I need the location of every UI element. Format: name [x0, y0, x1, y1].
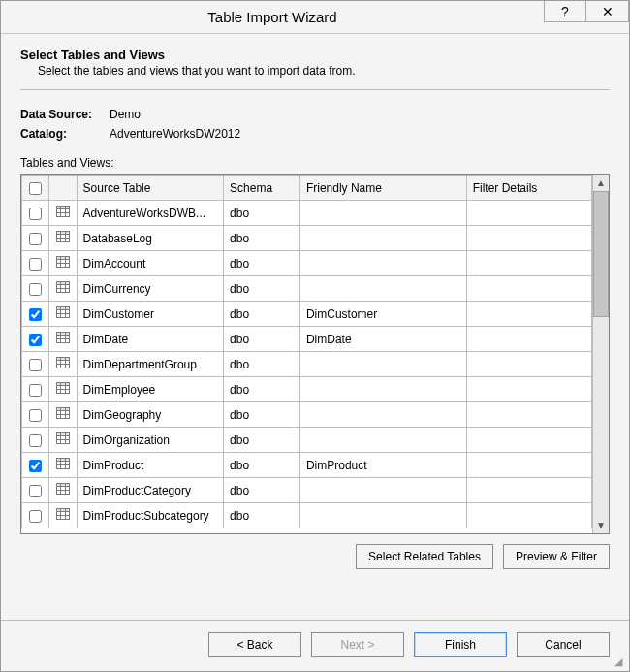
scroll-thumb[interactable]: [593, 191, 609, 317]
select-all-checkbox[interactable]: [29, 182, 42, 195]
table-row[interactable]: AdventureWorksDWB... dbo: [22, 201, 592, 226]
row-checkbox-cell[interactable]: [22, 251, 49, 276]
row-checkbox-cell[interactable]: [22, 302, 49, 327]
row-schema: dbo: [224, 377, 300, 402]
row-schema: dbo: [224, 226, 300, 251]
table-row[interactable]: DimProduct dbo DimProduct: [22, 453, 592, 478]
row-friendly: DimProduct: [299, 453, 466, 478]
table-icon: [56, 332, 70, 343]
row-source: DimCurrency: [77, 276, 224, 302]
row-checkbox[interactable]: [29, 485, 42, 497]
resize-grip-icon[interactable]: ◢: [614, 656, 626, 668]
row-checkbox[interactable]: [29, 308, 42, 321]
row-type-icon-cell: [49, 251, 77, 276]
row-checkbox[interactable]: [29, 283, 42, 296]
row-checkbox[interactable]: [29, 409, 42, 422]
preview-and-filter-button[interactable]: Preview & Filter: [503, 544, 610, 569]
row-checkbox[interactable]: [29, 258, 42, 271]
row-schema: dbo: [224, 201, 300, 226]
finish-button[interactable]: Finish: [414, 632, 507, 657]
vertical-scrollbar[interactable]: ▲ ▼: [592, 175, 609, 533]
row-checkbox[interactable]: [29, 460, 42, 472]
row-checkbox-cell[interactable]: [22, 327, 49, 352]
row-friendly: [299, 503, 466, 528]
row-friendly: [299, 226, 466, 251]
page-subheading: Select the tables and views that you wan…: [38, 64, 610, 78]
row-checkbox[interactable]: [29, 334, 42, 346]
header-source[interactable]: Source Table: [77, 176, 224, 201]
row-filter: [466, 478, 591, 503]
row-checkbox[interactable]: [29, 208, 42, 220]
table-icon: [56, 281, 70, 293]
table-row[interactable]: DatabaseLog dbo: [22, 226, 592, 251]
svg-rect-36: [56, 383, 69, 386]
table-row[interactable]: DimProductSubcategory dbo: [22, 503, 592, 528]
back-button[interactable]: < Back: [208, 632, 301, 657]
row-source: DimDate: [77, 327, 224, 352]
row-type-icon-cell: [49, 428, 77, 453]
close-icon: ✕: [602, 4, 614, 19]
row-checkbox-cell[interactable]: [22, 402, 49, 428]
cancel-button[interactable]: Cancel: [517, 632, 610, 657]
close-button[interactable]: ✕: [586, 1, 629, 22]
table-row[interactable]: DimAccount dbo: [22, 251, 592, 276]
row-checkbox[interactable]: [29, 233, 42, 245]
table-row[interactable]: DimEmployee dbo: [22, 377, 592, 402]
row-checkbox-cell[interactable]: [22, 226, 49, 251]
table-icon: [56, 206, 70, 217]
row-source: DimCustomer: [77, 302, 224, 327]
scroll-down-arrow-icon[interactable]: ▼: [593, 517, 609, 533]
row-type-icon-cell: [49, 327, 77, 352]
page-heading: Select Tables and Views: [20, 48, 610, 62]
scroll-up-arrow-icon[interactable]: ▲: [593, 175, 609, 191]
header-select-all[interactable]: [22, 176, 49, 201]
row-filter: [466, 352, 591, 377]
row-checkbox-cell[interactable]: [22, 453, 49, 478]
row-checkbox-cell[interactable]: [22, 276, 49, 302]
row-filter: [466, 302, 591, 327]
row-type-icon-cell: [49, 478, 77, 503]
table-row[interactable]: DimDate dbo DimDate: [22, 327, 592, 352]
table-row[interactable]: DimGeography dbo: [22, 402, 592, 428]
row-friendly: [299, 402, 466, 428]
titlebar: Table Import Wizard ? ✕: [1, 1, 629, 34]
row-friendly: [299, 276, 466, 302]
table-row[interactable]: DimOrganization dbo: [22, 428, 592, 453]
catalog-row: Catalog: AdventureWorksDW2012: [20, 127, 610, 141]
table-row[interactable]: DimCurrency dbo: [22, 276, 592, 302]
row-checkbox[interactable]: [29, 359, 42, 371]
header-filter[interactable]: Filter Details: [466, 176, 591, 201]
svg-rect-16: [56, 282, 69, 285]
row-checkbox[interactable]: [29, 510, 42, 523]
row-filter: [466, 503, 591, 528]
help-button[interactable]: ?: [544, 1, 586, 22]
row-schema: dbo: [224, 428, 300, 453]
row-friendly: DimCustomer: [299, 302, 466, 327]
table-row[interactable]: DimCustomer dbo DimCustomer: [22, 302, 592, 327]
row-checkbox[interactable]: [29, 434, 42, 447]
svg-rect-26: [56, 333, 69, 336]
grid-actions: Select Related Tables Preview & Filter: [20, 544, 610, 569]
row-checkbox-cell[interactable]: [22, 352, 49, 377]
row-checkbox-cell[interactable]: [22, 377, 49, 402]
row-checkbox-cell[interactable]: [22, 201, 49, 226]
row-filter: [466, 402, 591, 428]
table-row[interactable]: DimDepartmentGroup dbo: [22, 352, 592, 377]
header-friendly[interactable]: Friendly Name: [299, 176, 466, 201]
row-schema: dbo: [224, 478, 300, 503]
row-source: DimEmployee: [77, 377, 224, 402]
table-icon: [56, 357, 70, 368]
row-checkbox-cell[interactable]: [22, 503, 49, 528]
row-checkbox-cell[interactable]: [22, 478, 49, 503]
row-checkbox-cell[interactable]: [22, 428, 49, 453]
table-icon: [56, 508, 70, 520]
table-row[interactable]: DimProductCategory dbo: [22, 478, 592, 503]
table-header-row: Source Table Schema Friendly Name Filter…: [22, 176, 592, 201]
row-checkbox[interactable]: [29, 384, 42, 397]
row-schema: dbo: [224, 251, 300, 276]
svg-rect-51: [56, 459, 69, 462]
select-related-tables-button[interactable]: Select Related Tables: [356, 544, 493, 569]
table-icon: [56, 256, 70, 268]
header-schema[interactable]: Schema: [224, 176, 300, 201]
row-source: AdventureWorksDWB...: [77, 201, 224, 226]
